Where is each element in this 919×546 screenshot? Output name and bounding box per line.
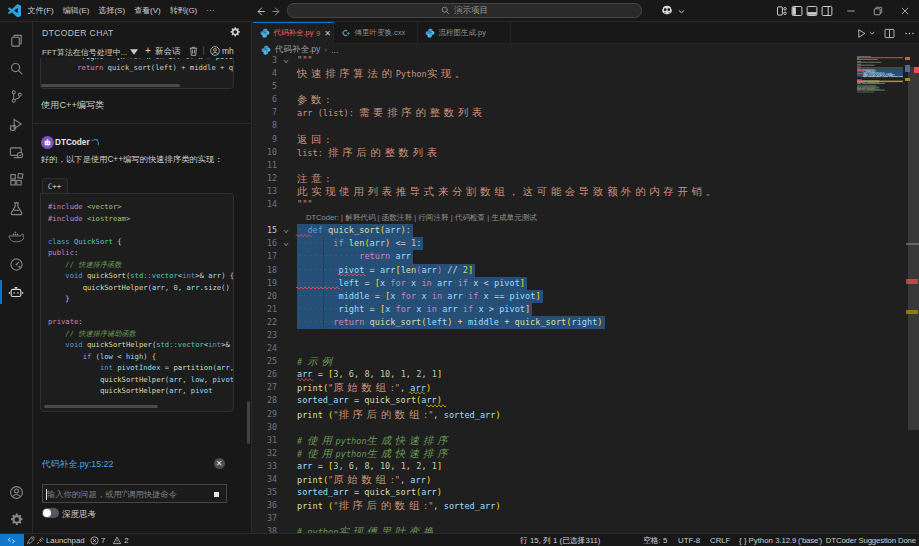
menu-4[interactable]: 转到(G): [165, 2, 202, 20]
toggle-panel-icon[interactable]: [806, 5, 818, 17]
nav-forward-icon[interactable]: [268, 3, 284, 19]
cursor-position-item[interactable]: 行 15, 列 1 (已选择311): [520, 534, 600, 546]
toggle-sidebar-icon[interactable]: [791, 5, 803, 17]
activity-timeline-extension-icon[interactable]: [0, 250, 32, 278]
code-line-25: 25# 示例: [253, 355, 919, 368]
tab-代码补全.py[interactable]: 代码补全.py9✕: [253, 22, 334, 44]
python-file-icon: [425, 28, 435, 38]
activity-remote-devices-icon[interactable]: [0, 138, 32, 166]
close-button[interactable]: [892, 0, 918, 22]
code-text: arr = [3, 6, 8, 10, 1, 2, 1]: [297, 368, 442, 381]
code-text: sorted_arr = quick_sort(arr): [297, 394, 442, 407]
copilot-icon[interactable]: [660, 4, 674, 17]
activity-account-icon[interactable]: [0, 478, 32, 506]
fold-chevron-icon[interactable]: ⌄: [283, 235, 289, 248]
chat-input[interactable]: 输入你的问题，或用'/'调用快捷命令: [42, 484, 227, 503]
menu-3[interactable]: 查看(V): [130, 2, 166, 20]
new-session-button[interactable]: 新会话: [155, 46, 181, 58]
menu-2[interactable]: 选择(S): [94, 2, 130, 20]
eol-item[interactable]: CRLF: [710, 534, 730, 546]
chevron-down-icon[interactable]: [678, 8, 685, 15]
deep-think-toggle[interactable]: [42, 508, 59, 518]
session-title[interactable]: FFT算法在信号处理中...: [42, 47, 127, 58]
code-text: 参数:: [297, 93, 330, 107]
line-number: 22: [253, 316, 277, 329]
tab-流程图生成.py[interactable]: 流程图生成.py: [418, 22, 511, 44]
chat-code-hscrollbar[interactable]: [41, 84, 180, 87]
toolbar-separator: |: [203, 45, 205, 55]
activity-testing-icon[interactable]: [0, 194, 32, 222]
chat-vscrollbar[interactable]: [247, 401, 250, 444]
title-bar: 文件(F)编辑(E)选择(S)查看(V)转到(G)··· 演示项目: [0, 0, 919, 22]
plus-icon[interactable]: +: [145, 45, 151, 56]
vscode-logo-icon: [8, 4, 21, 17]
encoding-item[interactable]: UTF-8: [678, 534, 700, 546]
problems-item[interactable]: 7 2: [90, 534, 129, 546]
interpreter-item[interactable]: 3.12.9 ('base'): [775, 534, 822, 546]
activity-source-control-icon[interactable]: [0, 82, 32, 110]
account-circle-icon[interactable]: [210, 46, 220, 56]
split-editor-icon[interactable]: [884, 28, 895, 39]
user-initials: mh: [222, 46, 234, 56]
activity-explorer-icon[interactable]: [0, 26, 32, 54]
run-python-file-icon[interactable]: [856, 28, 875, 39]
menu-0[interactable]: 文件(F): [23, 2, 58, 20]
launchpad-item[interactable]: Launchpad: [26, 534, 85, 546]
more-actions-icon[interactable]: [904, 28, 915, 39]
dtcoder-status-item[interactable]: DTCoder Suggestion Done: [826, 534, 916, 546]
trash-icon[interactable]: [189, 46, 198, 56]
fold-chevron-icon[interactable]: ⌄: [283, 222, 289, 235]
activity-settings-icon[interactable]: [0, 505, 32, 533]
session-dropdown-icon[interactable]: [130, 49, 138, 55]
context-close-icon[interactable]: ✕: [214, 458, 225, 469]
code-line-6: 6参数:: [253, 93, 919, 106]
activity-extensions-icon[interactable]: [0, 166, 32, 194]
remote-indicator[interactable]: [0, 534, 24, 546]
sidebar-title: DTCODER CHAT: [42, 28, 114, 38]
activity-search-icon[interactable]: [0, 54, 32, 82]
code-line-36: 36print ("排序后的数组:", sorted_arr): [253, 499, 919, 512]
line-number: 10: [253, 146, 277, 159]
chat-input-placeholder: 输入你的问题，或用'/'调用快捷命令: [47, 489, 177, 500]
line-number: 24: [253, 342, 277, 355]
code-line-7: 7arr (list): 需要排序的整数列表: [253, 106, 919, 119]
chat-code-line: return quick_sort(left) + middle + q: [47, 63, 233, 74]
code-area[interactable]: 3⌄"""4快速排序算法的Python实现。56参数:7arr (list): …: [253, 54, 919, 533]
plug-icon: [36, 536, 45, 545]
line-number: 27: [253, 381, 277, 394]
tab-close-icon[interactable]: ✕: [324, 29, 331, 38]
minimap[interactable]: [857, 54, 906, 174]
indentation-item[interactable]: 空格: 5: [643, 534, 667, 546]
cpp-code-hscrollbar[interactable]: [44, 405, 158, 408]
context-chip[interactable]: 代码补全.py:15:22: [42, 459, 113, 471]
chat-settings-gear-icon[interactable]: [229, 26, 241, 38]
warning-count: 2: [124, 536, 128, 545]
stop-button[interactable]: [214, 492, 220, 498]
minimize-button[interactable]: [838, 0, 864, 22]
cpp-codeblock-tab[interactable]: C++: [42, 178, 68, 193]
code-line-13: 13此实现使用列表推导式来分割数组，这可能会导致额外的内存开销。: [253, 185, 919, 198]
sidebar-header: DTCODER CHAT: [33, 22, 251, 44]
dtcoder-codelens[interactable]: DTCoder: | 解释代码 | 函数注释 | 行间注释 | 代码检查 | 生…: [306, 211, 537, 224]
menu-1[interactable]: 编辑(E): [58, 2, 94, 20]
code-line-34: 34print("原始数组:", arr): [253, 473, 919, 486]
activity-run-debug-icon[interactable]: [0, 110, 32, 138]
command-center-search[interactable]: 演示项目: [287, 3, 642, 18]
code-text: """: [297, 54, 313, 67]
chat-code-line: int pivotIndex = partition(arr,: [48, 362, 233, 374]
chat-code-line: // 快速排序函数: [48, 259, 233, 271]
code-line-17: 17············return·arr: [253, 250, 919, 263]
activity-docker-icon[interactable]: [0, 222, 32, 250]
language-item[interactable]: { } Python: [739, 534, 773, 546]
nav-back-icon[interactable]: [252, 3, 268, 19]
code-text: print("原始数组:", arr): [297, 473, 431, 487]
code-line-20: 20········middle·=·[x·for·x·in·arr·if·x·…: [253, 290, 919, 303]
tab-傅里叶变换.cxx[interactable]: 傅里叶变换.cxx: [334, 22, 418, 44]
restore-button[interactable]: [865, 0, 891, 22]
toggle-secondary-sidebar-icon[interactable]: [821, 5, 833, 17]
fold-chevron-icon[interactable]: ⌄: [283, 54, 289, 65]
menu-5[interactable]: ···: [202, 2, 219, 20]
line-number: 21: [253, 303, 277, 316]
customize-layout-icon[interactable]: [776, 5, 788, 17]
activity-dtcoder-chat-icon[interactable]: [0, 278, 32, 306]
